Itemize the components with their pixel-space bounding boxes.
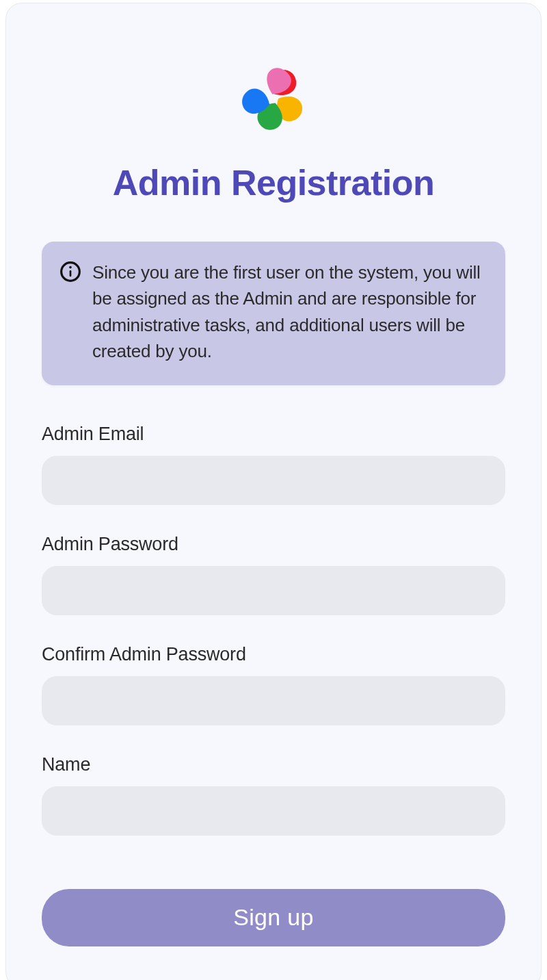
signup-button[interactable]: Sign up [42, 889, 505, 946]
field-name: Name [42, 754, 505, 836]
svg-point-2 [69, 266, 72, 269]
svg-rect-1 [70, 270, 72, 276]
input-admin-email[interactable] [42, 456, 505, 505]
label-admin-email: Admin Email [42, 424, 505, 445]
logo-container [42, 58, 505, 142]
label-admin-password: Admin Password [42, 534, 505, 555]
app-logo-icon [233, 58, 314, 142]
info-message: Since you are the first user on the syst… [92, 259, 488, 365]
page-title: Admin Registration [42, 162, 505, 203]
pinwheel-icon [233, 58, 314, 139]
info-icon [59, 261, 81, 283]
label-confirm-password: Confirm Admin Password [42, 644, 505, 665]
field-confirm-password: Confirm Admin Password [42, 644, 505, 725]
registration-card: Admin Registration Since you are the fir… [5, 3, 542, 980]
field-admin-password: Admin Password [42, 534, 505, 615]
input-confirm-password[interactable] [42, 676, 505, 725]
input-admin-password[interactable] [42, 566, 505, 615]
info-panel: Since you are the first user on the syst… [42, 242, 505, 385]
field-admin-email: Admin Email [42, 424, 505, 505]
input-name[interactable] [42, 786, 505, 836]
label-name: Name [42, 754, 505, 775]
